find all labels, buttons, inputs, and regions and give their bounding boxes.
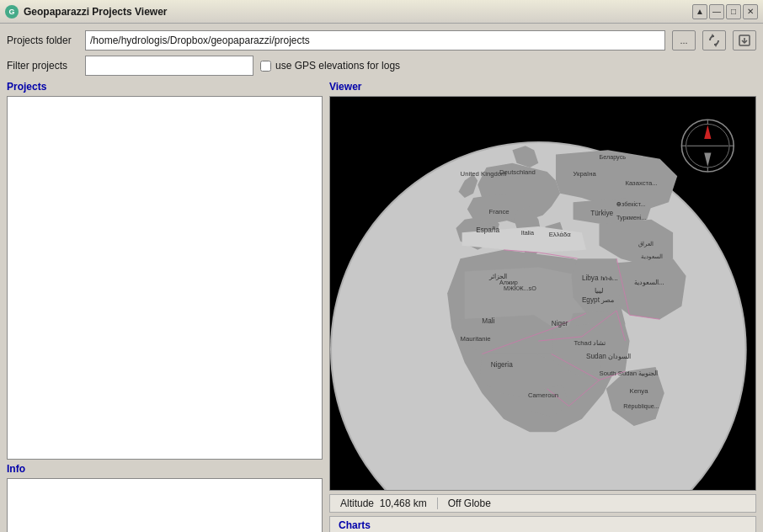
gps-checkbox[interactable] (260, 61, 271, 72)
main-content: Projects folder ... Filter projects use … (0, 24, 763, 532)
svg-text:France: France (489, 208, 510, 215)
filter-row: Filter projects use GPS elevations for l… (7, 56, 756, 76)
svg-text:Mali: Mali (482, 317, 494, 325)
svg-text:Туркмені...: Туркмені... (616, 214, 646, 221)
up-button[interactable]: ▲ (692, 4, 707, 19)
app-icon: G (5, 5, 19, 19)
charts-label[interactable]: Charts (330, 519, 379, 531)
altitude-label: Altitude (340, 497, 374, 509)
projects-folder-input[interactable] (85, 30, 665, 51)
maximize-button[interactable]: □ (726, 4, 741, 19)
svg-text:Tchad تشاد: Tchad تشاد (574, 339, 606, 347)
svg-text:العراق: العراق (638, 240, 654, 247)
svg-text:Ελλάδα: Ελλάδα (549, 231, 572, 238)
browse-button[interactable]: ... (672, 30, 696, 51)
projects-list[interactable] (7, 96, 323, 460)
filter-label: Filter projects (7, 60, 78, 72)
svg-text:السعودية: السعودية (641, 253, 663, 260)
svg-text:Україна: Україна (574, 170, 597, 178)
filter-input[interactable] (85, 56, 253, 76)
info-section: Info (7, 463, 323, 532)
viewer-label: Viewer (329, 81, 756, 93)
svg-text:Deutschland: Deutschland (499, 168, 536, 176)
svg-text:Niger: Niger (552, 320, 568, 327)
export-button[interactable] (733, 30, 756, 51)
charts-bar: Charts (329, 516, 756, 532)
altitude-status: Altitude 10,468 km (330, 497, 438, 509)
svg-text:Egypt مصر: Egypt مصر (582, 296, 614, 304)
gps-label-text: use GPS elevations for logs (275, 60, 400, 72)
refresh-icon (707, 34, 721, 47)
svg-text:Өзбекіст...: Өзбекіст... (616, 200, 645, 208)
globe-svg: España France Italia Ελλάδα Türkiye Укра… (330, 97, 755, 490)
close-button[interactable]: ✕ (743, 4, 758, 19)
projects-folder-label: Projects folder (7, 35, 78, 46)
panels-row: Projects Info Viewer (7, 81, 756, 532)
globe-container[interactable]: España France Italia Ελλάδα Türkiye Укра… (329, 96, 756, 491)
svg-text:الجزائر: الجزائر (488, 273, 507, 280)
svg-text:España: España (476, 226, 499, 234)
minimize-button[interactable]: — (709, 4, 724, 19)
svg-text:South Sudan الجنوبية: South Sudan الجنوبية (599, 370, 658, 377)
svg-text:Libya ክሱፅ...: Libya ክሱፅ... (582, 274, 618, 282)
svg-text:Nigeria: Nigeria (491, 361, 514, 369)
projects-title: Projects (7, 81, 323, 93)
svg-marker-0 (711, 34, 714, 37)
altitude-value: 10,468 km (380, 497, 427, 509)
window-title: Geopaparazzi Projects Viewer (24, 6, 168, 18)
projects-folder-row: Projects folder ... (7, 30, 756, 51)
gps-checkbox-label: use GPS elevations for logs (260, 60, 400, 72)
svg-text:Sudan السودان: Sudan السودان (586, 353, 631, 360)
title-bar: G Geopaparazzi Projects Viewer ▲ — □ ✕ (0, 0, 763, 24)
status-bar: Altitude 10,468 km Off Globe (329, 494, 756, 513)
svg-text:МЖКЖ...sO: МЖКЖ...sO (504, 285, 536, 292)
info-title: Info (7, 463, 323, 475)
left-panel: Projects Info (7, 81, 323, 532)
info-box (7, 478, 323, 532)
refresh-button[interactable] (702, 30, 726, 51)
svg-text:السعودية...: السعودية... (634, 279, 664, 286)
svg-text:Mauritanie: Mauritanie (461, 335, 491, 343)
globe-status: Off Globe (438, 497, 501, 509)
svg-text:Italia: Italia (521, 229, 534, 237)
svg-text:Беларусь: Беларусь (599, 153, 626, 161)
title-bar-left: G Geopaparazzi Projects Viewer (5, 5, 168, 19)
right-panel: Viewer (329, 81, 756, 532)
svg-text:Türkiye: Türkiye (590, 210, 613, 217)
svg-text:République...: République... (623, 402, 659, 410)
svg-text:Cameroun: Cameroun (528, 391, 558, 399)
title-bar-buttons: ▲ — □ ✕ (692, 4, 758, 19)
export-icon (738, 34, 751, 47)
svg-text:Kenya: Kenya (630, 387, 649, 395)
svg-text:ليبيا: ليبيا (595, 287, 603, 295)
svg-text:Казахста...: Казахста... (625, 179, 657, 187)
svg-marker-1 (714, 44, 718, 47)
